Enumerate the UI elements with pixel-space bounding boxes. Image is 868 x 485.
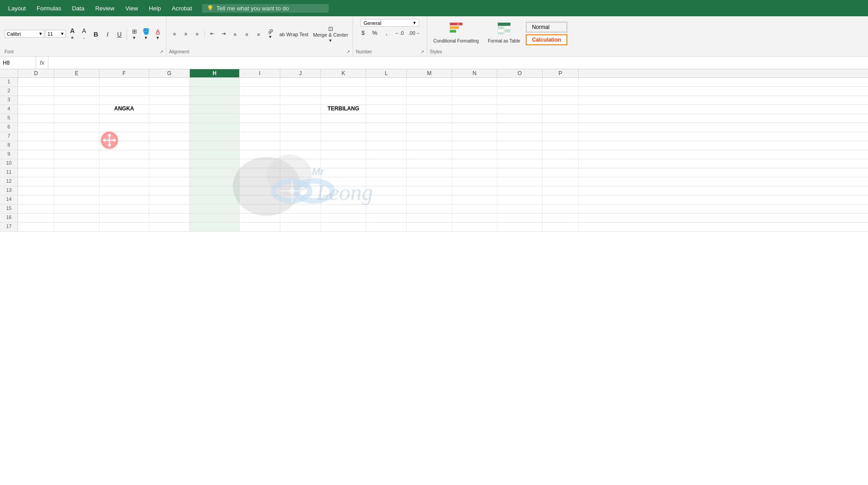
cell-H12[interactable] bbox=[190, 177, 240, 186]
cell-D11[interactable] bbox=[18, 168, 54, 177]
menu-data[interactable]: Data bbox=[67, 3, 89, 14]
cell-G1[interactable] bbox=[149, 78, 190, 86]
cell-D2[interactable] bbox=[18, 87, 54, 95]
italic-btn[interactable]: I bbox=[102, 27, 113, 42]
cell-I11[interactable] bbox=[240, 168, 280, 177]
cell-N14[interactable] bbox=[452, 195, 497, 204]
cell-J3[interactable] bbox=[280, 96, 321, 105]
cell-F10[interactable] bbox=[99, 159, 149, 168]
cell-I13[interactable] bbox=[240, 186, 280, 195]
align-top-right-btn[interactable]: ≡ bbox=[192, 30, 203, 38]
cell-N8[interactable] bbox=[452, 141, 497, 150]
cell-N1[interactable] bbox=[452, 78, 497, 86]
cell-O9[interactable] bbox=[497, 150, 542, 159]
cell-H16[interactable] bbox=[190, 214, 240, 222]
cell-M12[interactable] bbox=[407, 177, 452, 186]
cell-E11[interactable] bbox=[54, 168, 99, 177]
cell-L2[interactable] bbox=[366, 87, 407, 95]
cell-O12[interactable] bbox=[497, 177, 542, 186]
cell-O2[interactable] bbox=[497, 87, 542, 95]
menu-acrobat[interactable]: Acrobat bbox=[167, 3, 197, 14]
cell-F14[interactable] bbox=[99, 195, 149, 204]
decrease-indent-btn[interactable]: ⇤ bbox=[207, 30, 217, 38]
wrap-text-btn[interactable]: ab Wrap Text bbox=[278, 31, 310, 38]
cell-M15[interactable] bbox=[407, 204, 452, 213]
cell-N11[interactable] bbox=[452, 168, 497, 177]
cell-P11[interactable] bbox=[542, 168, 579, 177]
increase-font-btn[interactable]: A+ bbox=[67, 26, 78, 41]
cell-I17[interactable] bbox=[240, 223, 280, 231]
cell-N5[interactable] bbox=[452, 114, 497, 123]
cell-F3[interactable] bbox=[99, 96, 149, 105]
cell-J12[interactable] bbox=[280, 177, 321, 186]
col-header-i[interactable]: I bbox=[240, 69, 280, 77]
cell-N13[interactable] bbox=[452, 186, 497, 195]
cell-N10[interactable] bbox=[452, 159, 497, 168]
cell-H1[interactable] bbox=[190, 78, 240, 86]
cell-L6[interactable] bbox=[366, 123, 407, 132]
cell-M17[interactable] bbox=[407, 223, 452, 231]
cell-E2[interactable] bbox=[54, 87, 99, 95]
cell-H13[interactable] bbox=[190, 186, 240, 195]
cell-K13[interactable] bbox=[321, 186, 366, 195]
cell-D12[interactable] bbox=[18, 177, 54, 186]
cell-I7[interactable] bbox=[240, 132, 280, 141]
percent-btn[interactable]: % bbox=[369, 29, 380, 37]
menu-help[interactable]: Help bbox=[144, 3, 165, 14]
cell-I15[interactable] bbox=[240, 204, 280, 213]
cell-H3[interactable] bbox=[190, 96, 240, 105]
cell-G15[interactable] bbox=[149, 204, 190, 213]
cell-F2[interactable] bbox=[99, 87, 149, 95]
cell-M4[interactable] bbox=[407, 105, 452, 114]
cell-N12[interactable] bbox=[452, 177, 497, 186]
cell-J9[interactable] bbox=[280, 150, 321, 159]
cell-H9[interactable] bbox=[190, 150, 240, 159]
cell-L14[interactable] bbox=[366, 195, 407, 204]
cell-E10[interactable] bbox=[54, 159, 99, 168]
cell-M6[interactable] bbox=[407, 123, 452, 132]
cell-J14[interactable] bbox=[280, 195, 321, 204]
cell-F5[interactable] bbox=[99, 114, 149, 123]
cell-K7[interactable] bbox=[321, 132, 366, 141]
cell-J11[interactable] bbox=[280, 168, 321, 177]
cell-H7[interactable] bbox=[190, 132, 240, 141]
cell-F6[interactable] bbox=[99, 123, 149, 132]
col-header-l[interactable]: L bbox=[366, 69, 407, 77]
cell-I10[interactable] bbox=[240, 159, 280, 168]
cell-F13[interactable] bbox=[99, 186, 149, 195]
cell-K11[interactable] bbox=[321, 168, 366, 177]
cell-M13[interactable] bbox=[407, 186, 452, 195]
cell-O17[interactable] bbox=[497, 223, 542, 231]
cell-K3[interactable] bbox=[321, 96, 366, 105]
comma-btn[interactable]: , bbox=[381, 29, 392, 37]
cell-H14[interactable] bbox=[190, 195, 240, 204]
cell-J2[interactable] bbox=[280, 87, 321, 95]
cell-J6[interactable] bbox=[280, 123, 321, 132]
cell-F11[interactable] bbox=[99, 168, 149, 177]
cell-P15[interactable] bbox=[542, 204, 579, 213]
decrease-font-btn[interactable]: A- bbox=[79, 26, 90, 41]
cell-D8[interactable] bbox=[18, 141, 54, 150]
cell-G14[interactable] bbox=[149, 195, 190, 204]
cell-N6[interactable] bbox=[452, 123, 497, 132]
underline-btn[interactable]: U bbox=[114, 27, 125, 42]
cell-K15[interactable] bbox=[321, 204, 366, 213]
cell-M14[interactable] bbox=[407, 195, 452, 204]
cell-G10[interactable] bbox=[149, 159, 190, 168]
cell-D5[interactable] bbox=[18, 114, 54, 123]
cell-O14[interactable] bbox=[497, 195, 542, 204]
cell-J10[interactable] bbox=[280, 159, 321, 168]
cell-H11[interactable] bbox=[190, 168, 240, 177]
col-header-n[interactable]: N bbox=[452, 69, 497, 77]
menu-review[interactable]: Review bbox=[91, 3, 119, 14]
cell-P5[interactable] bbox=[542, 114, 579, 123]
cell-N3[interactable] bbox=[452, 96, 497, 105]
col-header-j[interactable]: J bbox=[280, 69, 321, 77]
cell-P10[interactable] bbox=[542, 159, 579, 168]
cell-D7[interactable] bbox=[18, 132, 54, 141]
cell-K6[interactable] bbox=[321, 123, 366, 132]
cell-M1[interactable] bbox=[407, 78, 452, 86]
cell-H5[interactable] bbox=[190, 114, 240, 123]
align-top-left-btn[interactable]: ≡ bbox=[169, 30, 180, 38]
font-color-btn[interactable]: A▾ bbox=[152, 27, 163, 42]
